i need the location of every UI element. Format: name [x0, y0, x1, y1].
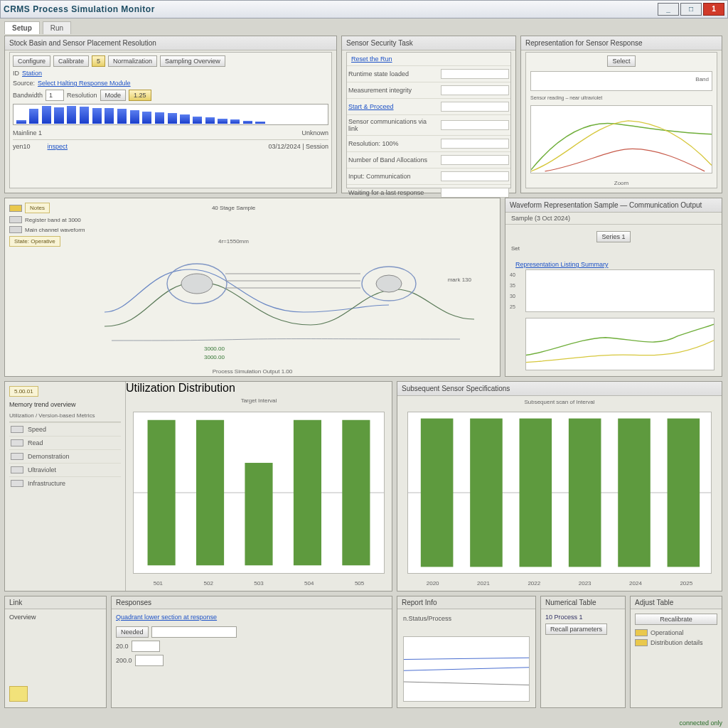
summary-val — [441, 102, 509, 112]
panel-bars-b: Subsequent Sensor Specifications Subsequ… — [397, 381, 722, 592]
xcat: 2020 — [427, 580, 439, 587]
summary-row: Number of Band Allocations — [348, 156, 437, 164]
reset-link[interactable]: Reset the Run — [351, 55, 392, 63]
summary-val — [441, 85, 509, 95]
panel-config: Stock Basin and Sensor Placement Resolut… — [4, 36, 337, 193]
fc2-hdr: Responses — [112, 596, 392, 609]
response-axis-strip: Band — [530, 71, 712, 91]
side-h2: Memory trend overview — [9, 401, 121, 408]
inspect-link[interactable]: inspect — [48, 143, 68, 150]
bars-a-header: Utilization Distribution — [126, 382, 392, 395]
series-label: Sensor reading – near ultraviolet — [530, 95, 712, 100]
summary-val — [441, 120, 509, 130]
g5[interactable]: Infrastructure — [28, 480, 65, 487]
fc2-btn1[interactable]: Needed — [116, 626, 149, 638]
g1[interactable]: Speed — [28, 426, 46, 433]
window-titlebar: CRMS Process Simulation Monitor _ □ 1 — [0, 0, 728, 18]
window-close-button[interactable]: 1 — [703, 3, 724, 16]
summary-val — [441, 171, 509, 181]
panel-summary-header: Sensor Security Task — [342, 36, 515, 50]
meta-a: Mainline 1 — [13, 129, 42, 136]
panel-config-header: Stock Basin and Sensor Placement Resolut… — [5, 36, 336, 50]
trend-tab-series[interactable]: Series 1 — [596, 231, 630, 242]
svg-rect-9 — [196, 420, 224, 565]
window-minimize-button[interactable]: _ — [658, 3, 679, 16]
trend-tab-set: Set — [511, 245, 520, 252]
svg-rect-17 — [569, 419, 601, 567]
btn-recalibrate[interactable]: Recalibrate — [635, 614, 717, 625]
xcat: 501 — [154, 580, 163, 587]
anno-center-label: 4r=1550mm — [218, 238, 249, 245]
workspace-tabstrip: Setup Run — [0, 18, 728, 34]
btn-mode[interactable]: Mode — [100, 90, 127, 101]
response-curve-plot — [530, 105, 712, 173]
btn-calibrate[interactable]: Calibrate — [53, 55, 89, 67]
g4[interactable]: Ultraviolet — [28, 466, 56, 473]
g3[interactable]: Demonstration — [28, 453, 70, 460]
btn-configure[interactable]: Configure — [13, 55, 50, 67]
footer-cell-4: Numerical Table 10 Process 1 Recall para… — [540, 596, 626, 708]
bandwidth-field[interactable]: 1 — [46, 90, 64, 101]
footer-cell-2: Responses Quadrant lower section at resp… — [111, 596, 392, 708]
svg-line-20 — [404, 658, 529, 659]
source-link[interactable]: Station — [22, 70, 42, 77]
btn-count[interactable]: 5 — [92, 55, 105, 67]
fc5-btn[interactable]: Recall parameters — [545, 623, 607, 635]
btn-normalization[interactable]: Normalization — [108, 55, 157, 67]
footer-cell-1: Link Overview — [4, 596, 107, 708]
summary-row: Waiting for a last response — [348, 189, 437, 196]
fc6-r1: Operational — [651, 629, 684, 636]
side-h1: 5.00.01 — [9, 386, 38, 397]
panel-response: Representation for Sensor Response Selec… — [520, 36, 722, 193]
btn-sampling[interactable]: Sampling Overview — [160, 55, 225, 67]
below-2: 3000.00 — [204, 354, 225, 360]
tab-setup[interactable]: Setup — [4, 21, 40, 34]
g2[interactable]: Read — [28, 439, 43, 446]
btn-select-response[interactable]: Select — [607, 55, 635, 67]
summary-row: Sensor communications via link — [348, 118, 437, 132]
summary-val — [441, 155, 509, 165]
fc5-hdr: Adjust Table — [631, 596, 722, 609]
xcat: 2022 — [528, 580, 540, 587]
fc2-r2: 20.0 — [116, 643, 129, 650]
tab-run[interactable]: Run — [43, 21, 71, 34]
response-footer: Zoom — [526, 180, 717, 186]
svg-rect-11 — [294, 420, 321, 565]
svg-line-22 — [404, 682, 529, 685]
svg-rect-16 — [520, 419, 552, 567]
xcat: 2024 — [629, 580, 642, 587]
window-maximize-button[interactable]: □ — [680, 3, 702, 16]
running-label: Source: — [13, 80, 35, 87]
panel-schematic: Notes40 Stage Sample Register band at 30… — [4, 198, 500, 377]
svg-line-21 — [404, 668, 529, 671]
panel-bars-a: 5.00.01 Memory trend overview Utilizatio… — [4, 381, 392, 592]
summary-val — [441, 188, 509, 198]
fc2-field2[interactable] — [132, 641, 160, 652]
bars-b-plot — [407, 412, 712, 574]
trend-link[interactable]: Representation Listing Summary — [515, 261, 609, 268]
fc2-field1[interactable] — [151, 626, 237, 638]
xcat: 504 — [304, 580, 314, 587]
ytick: 35 — [510, 280, 515, 291]
below-1: 3000.00 — [204, 346, 225, 352]
axis-label: Band — [695, 76, 709, 82]
trend-mini-plot-2 — [525, 318, 714, 370]
chip-notes[interactable]: Notes — [25, 203, 50, 213]
summary-row-link[interactable]: Start & Proceed — [348, 103, 437, 110]
fc3-mini — [403, 636, 530, 702]
fc2-field3[interactable] — [135, 655, 164, 666]
source-label: ID — [13, 70, 19, 77]
thumb-icon[interactable] — [9, 686, 28, 702]
btn-ratio[interactable]: 1.25 — [129, 90, 151, 101]
fc1-body: Overview — [5, 609, 106, 625]
svg-rect-8 — [148, 420, 176, 565]
bars-b-header: Subsequent Sensor Specifications — [397, 382, 722, 396]
chip-state: State: Operative — [9, 236, 60, 247]
footer-cell-5: Adjust Table Recalibrate Operational Dis… — [630, 596, 722, 708]
svg-rect-14 — [421, 419, 454, 567]
xcat: 2023 — [579, 580, 592, 587]
summary-val — [441, 139, 509, 149]
bandwidth-label: Bandwidth — [13, 92, 43, 99]
halting-link[interactable]: Select Halting Response Module — [38, 80, 131, 87]
fc2-link[interactable]: Quadrant lower section at response — [116, 614, 217, 621]
